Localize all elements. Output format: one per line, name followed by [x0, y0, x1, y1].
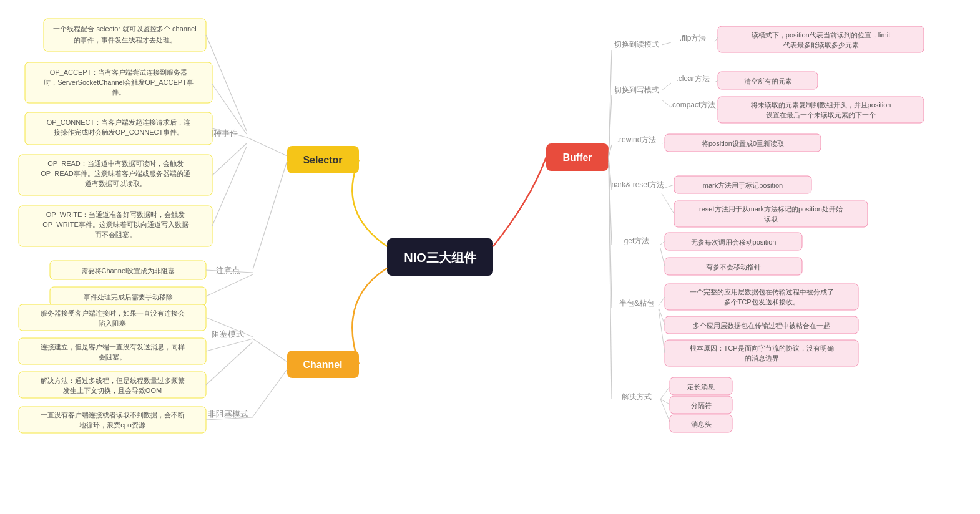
- selector-leaf-5: OP_WRITE：当通道准备好写数据时，会触发: [46, 211, 185, 218]
- buf-leaf-mark1: mark方法用于标记position: [703, 182, 783, 189]
- selector-leaf-7: 事件处理完成后需要手动移除: [84, 293, 173, 301]
- buf-get-label: get方法: [624, 236, 650, 245]
- svg-text:接操作完成时会触发OP_CONNECT事件。: 接操作完成时会触发OP_CONNECT事件。: [54, 128, 184, 136]
- svg-text:发生上下文切换，且会导致OOM: 发生上下文切换，且会导致OOM: [63, 387, 162, 394]
- svg-text:的事件，事件发生线程才去处理。: 的事件，事件发生线程才去处理。: [74, 36, 177, 44]
- buf-clear-label: .clear方法: [676, 74, 709, 83]
- svg-text:陷入阻塞: 陷入阻塞: [99, 319, 126, 327]
- svg-text:地循环，浪费cpu资源: 地循环，浪费cpu资源: [79, 421, 145, 429]
- buf-flip-label: .filp方法: [680, 34, 707, 42]
- svg-text:OP_READ事件。这意味着客户端或服务器端的通: OP_READ事件。这意味着客户端或服务器端的通: [41, 170, 190, 177]
- selector-leaf-1: 一个线程配合 selector 就可以监控多个 channel: [53, 25, 196, 32]
- channel-leaf-b2: 连接建立，但是客户端一直没有发送消息，同样: [41, 343, 185, 351]
- svg-text:OP_WRITE事件。这意味着可以向通道写入数据: OP_WRITE事件。这意味着可以向通道写入数据: [42, 221, 188, 228]
- selector-leaf-6: 需要将Channel设置成为非阻塞: [81, 267, 175, 274]
- svg-text:时，ServerSocketChannel会触发OP_ACC: 时，ServerSocketChannel会触发OP_ACCEPT事: [44, 79, 194, 86]
- channel-label: Channel: [303, 359, 342, 370]
- selector-leaf-4: OP_READ：当通道中有数据可读时，会触发: [47, 160, 184, 167]
- channel-branch-nonblock-label: 非阻塞模式: [208, 409, 248, 419]
- selector-branch-2-label: 注意点: [216, 266, 240, 275]
- channel-branch-block-label: 阻塞模式: [212, 329, 244, 339]
- selector-label: Selector: [303, 155, 342, 165]
- channel-leaf-b3: 解决方法：通过多线程，但是线程数量过多频繁: [41, 377, 185, 384]
- svg-text:设置在最后一个未读取元素的下一个: 设置在最后一个未读取元素的下一个: [766, 111, 876, 119]
- buf-leaf-flip: 读模式下，position代表当前读到的位置，limit: [752, 31, 890, 39]
- buf-leaf-mark2: reset方法用于从mark方法标记的position处开始: [699, 205, 843, 213]
- svg-text:道有数据可以读取。: 道有数据可以读取。: [85, 180, 147, 187]
- buf-leaf-compact: 将未读取的元素复制到数组开头，并且position: [750, 101, 891, 109]
- svg-text:的消息边界: 的消息边界: [745, 354, 779, 362]
- svg-text:代表最多能读取多少元素: 代表最多能读取多少元素: [783, 41, 859, 49]
- channel-leaf-b1: 服务器接受客户端连接时，如果一直没有连接会: [41, 309, 185, 317]
- selector-leaf-3: OP_CONNECT：当客户端发起连接请求后，连: [47, 119, 190, 126]
- buf-branch-read-label: 切换到读模式: [614, 40, 659, 49]
- buf-leaf-clear: 清空所有的元素: [744, 77, 792, 85]
- svg-text:而不会阻塞。: 而不会阻塞。: [95, 231, 136, 238]
- svg-text:会阻塞。: 会阻塞。: [99, 353, 126, 361]
- buf-leaf-hp3: 根本原因：TCP是面向字节流的协议，没有明确: [690, 344, 834, 352]
- buf-leaf-get2: 有参不会移动指针: [706, 263, 761, 271]
- buf-leaf-hp2: 多个应用层数据包在传输过程中被粘合在一起: [693, 322, 830, 329]
- buf-leaf-rewind: 将position设置成0重新读取: [701, 140, 784, 147]
- buf-resolve-label: 解决方式: [622, 392, 652, 401]
- svg-text:件。: 件。: [112, 89, 125, 96]
- channel-leaf-nb1: 一直没有客户端连接或者读取不到数据，会不断: [41, 411, 185, 419]
- buf-rewind-label: .rewind方法: [617, 135, 657, 144]
- selector-leaf-2: OP_ACCEPT：当有客户端尝试连接到服务器: [50, 69, 188, 76]
- svg-text:读取: 读取: [764, 215, 778, 223]
- buf-leaf-resolve1: 定长消息: [687, 383, 715, 390]
- buf-leaf-hp1: 一个完整的应用层数据包在传输过程中被分成了: [690, 288, 834, 296]
- buf-halfpack-label: 半包&粘包: [619, 299, 654, 308]
- buf-branch-write-label: 切换到写模式: [614, 85, 659, 94]
- buf-leaf-resolve3: 消息头: [691, 420, 712, 428]
- svg-rect-6: [44, 19, 206, 51]
- buffer-label: Buffer: [562, 152, 592, 163]
- buf-leaf-get1: 无参每次调用会移动position: [691, 238, 777, 246]
- center-label: NIO三大组件: [404, 251, 477, 264]
- buf-leaf-resolve2: 分隔符: [691, 402, 712, 409]
- buf-compact-label: .compact方法: [670, 100, 716, 109]
- svg-text:多个TCP包发送和接收。: 多个TCP包发送和接收。: [724, 298, 800, 306]
- buf-mark-label: mark& reset方法: [609, 180, 665, 189]
